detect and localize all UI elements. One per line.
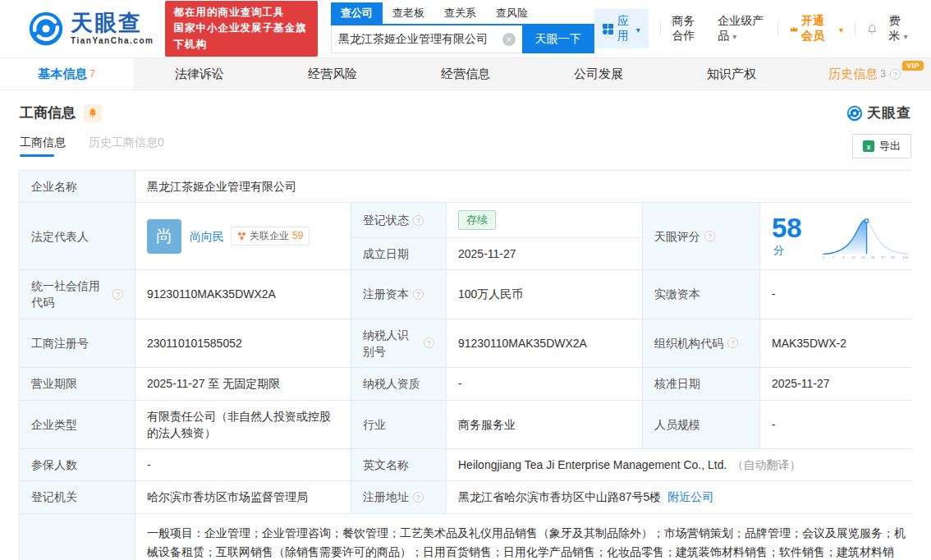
search-tab-risk[interactable]: 查风险 [486, 2, 538, 24]
tab-operating-info[interactable]: 经营信息 [399, 58, 532, 90]
help-icon[interactable] [424, 337, 434, 348]
tianyancha-logo-icon [28, 11, 64, 47]
header-nav: 应用 商务合作 企业级产品 开通会员 费米 [594, 9, 911, 48]
section-header: 工商信息 天眼查 [0, 90, 931, 122]
field-label-insured-staff: 参保人数 [20, 449, 135, 480]
axis-tick: 1 [832, 255, 835, 259]
help-icon[interactable] [890, 69, 901, 80]
field-label-staff-size: 人员规模 [643, 401, 759, 449]
search-row: 天眼一下 [331, 25, 594, 53]
field-value-registered-capital: 100万人民币 [447, 270, 642, 319]
help-icon[interactable] [704, 231, 715, 241]
export-button[interactable]: x 导出 [852, 134, 911, 158]
subtab-business-info[interactable]: 工商信息 [20, 135, 66, 157]
search-button[interactable]: 天眼一下 [522, 25, 594, 53]
tianyancha-logo[interactable]: 天眼查 TianYanCha.com [28, 11, 154, 47]
tab-history-info[interactable]: VIP 历史信息 3 [798, 58, 931, 90]
label-text: 纳税人识别号 [363, 327, 420, 360]
tab-label: 经营信息 [441, 67, 490, 82]
field-label-paid-capital: 实缴资本 [643, 270, 759, 319]
subtab-history-business-info[interactable]: 历史工商信息0 [89, 135, 164, 157]
nav-cooperation[interactable]: 商务合作 [672, 14, 707, 44]
field-label-company-name: 企业名称 [20, 171, 135, 202]
help-icon[interactable] [112, 289, 123, 300]
related-companies-count: 59 [292, 229, 303, 243]
apps-grid-icon [603, 24, 613, 34]
help-icon[interactable] [413, 492, 424, 503]
tab-label: 知识产权 [707, 67, 756, 82]
tianyancha-logo-icon [846, 105, 863, 122]
monitor-bell-button[interactable] [84, 104, 102, 122]
field-label-reg-status: 登记状态 [351, 203, 446, 237]
axis-tick: 0 [823, 255, 825, 259]
tab-operating-risk[interactable]: 经营风险 [266, 58, 399, 90]
field-value-company-name: 黑龙江茶姬企业管理有限公司 [135, 171, 924, 202]
axis-tick: 97 [881, 255, 885, 259]
tab-label: 历史信息 [828, 67, 878, 82]
search-input[interactable] [338, 33, 502, 46]
tab-label: 经营风险 [308, 67, 357, 82]
clear-search-icon[interactable] [502, 33, 516, 46]
field-label-business-scope: 经营范围 [20, 514, 135, 560]
english-name-text: Heilongjiang Tea Ji Enterprise Managemen… [458, 457, 727, 473]
label-text: 注册地址 [363, 489, 409, 505]
field-value-establish-date: 2025-11-27 [447, 238, 642, 269]
export-label: 导出 [879, 139, 901, 154]
apps-menu[interactable]: 应用 [594, 9, 649, 48]
chevron-down-icon [836, 22, 843, 35]
field-label-company-type: 企业类型 [20, 401, 135, 449]
logo-title: 天眼查 [71, 12, 154, 34]
tab-basic-info[interactable]: 基本信息 7 [0, 58, 133, 90]
field-value-registration-number: 230110101585052 [135, 319, 351, 368]
nav-enterprise[interactable]: 企业级产品 [718, 14, 766, 44]
field-label-taxpayer-id: 纳税人识别号 [351, 319, 446, 368]
notification-bell-icon[interactable] [867, 22, 878, 36]
top-header: 天眼查 TianYanCha.com 都在用的商业查询工具 国家中小企业发展子基… [0, 0, 931, 57]
logo-text-block: 天眼查 TianYanCha.com [71, 12, 154, 45]
legal-rep-name-link[interactable]: 尚向民 [190, 228, 224, 245]
related-companies-icon [237, 232, 246, 241]
auto-translate-note: （自动翻译） [732, 457, 800, 473]
crown-icon [790, 24, 798, 34]
field-label-establish-date: 成立日期 [351, 238, 446, 269]
field-value-legal-rep: 尚 尚向民 关联企业 59 [135, 203, 351, 269]
label-text: 组织机构代码 [654, 335, 723, 351]
search-tab-company[interactable]: 查公司 [331, 2, 383, 24]
field-value-staff-size: - [760, 401, 924, 449]
field-label-legal-rep: 法定代表人 [20, 203, 135, 269]
search-tab-boss[interactable]: 查老板 [383, 2, 434, 24]
field-label-org-code: 组织机构代码 [643, 319, 759, 368]
field-label-english-name: 英文名称 [351, 449, 446, 480]
nearby-companies-link[interactable]: 附近公司 [667, 489, 713, 505]
tab-intellectual-property[interactable]: 知识产权 [665, 58, 798, 90]
help-icon[interactable] [413, 289, 424, 300]
axis-tick: 10 [851, 255, 855, 259]
field-label-business-term: 营业期限 [20, 368, 135, 399]
tab-count: 3 [880, 68, 886, 80]
related-companies-badge[interactable]: 关联企业 59 [231, 227, 310, 246]
tab-legal[interactable]: 法律诉讼 [133, 58, 266, 90]
open-vip-button[interactable]: 开通会员 [790, 14, 843, 44]
business-scope-text: 一般项目：企业管理；企业管理咨询；餐饮管理；工艺美术品及礼仪用品销售（象牙及其制… [135, 514, 924, 560]
field-label-registration-authority: 登记机关 [20, 481, 135, 512]
field-label-registered-capital: 注册资本 [351, 270, 446, 319]
business-info-table: 企业名称 黑龙江茶姬企业管理有限公司 法定代表人 尚 尚向民 关联企业 59 登… [19, 170, 912, 560]
label-text: 注册资本 [363, 286, 409, 302]
user-menu[interactable]: 费米 [889, 14, 912, 44]
search-tab-relation[interactable]: 查关系 [434, 2, 486, 24]
field-value-org-code: MAK35DWX-2 [760, 319, 924, 368]
help-icon[interactable] [727, 337, 738, 348]
tab-label: 法律诉讼 [175, 67, 224, 82]
address-text: 黑龙江省哈尔滨市香坊区中山路87号5楼 [458, 489, 661, 505]
search-input-wrap [331, 25, 522, 53]
tab-count: 7 [89, 68, 95, 80]
field-label-registration-number: 工商注册号 [20, 319, 135, 368]
field-value-credit-code: 91230110MAK35DWX2A [135, 270, 351, 319]
help-icon[interactable] [413, 215, 424, 226]
bell-icon [88, 108, 98, 118]
apps-label: 应用 [617, 14, 629, 44]
legal-rep-avatar[interactable]: 尚 [147, 219, 181, 254]
field-value-registration-authority: 哈尔滨市香坊区市场监督管理局 [135, 481, 351, 512]
tab-label: 公司发展 [574, 67, 623, 82]
tab-company-development[interactable]: 公司发展 [532, 58, 665, 90]
